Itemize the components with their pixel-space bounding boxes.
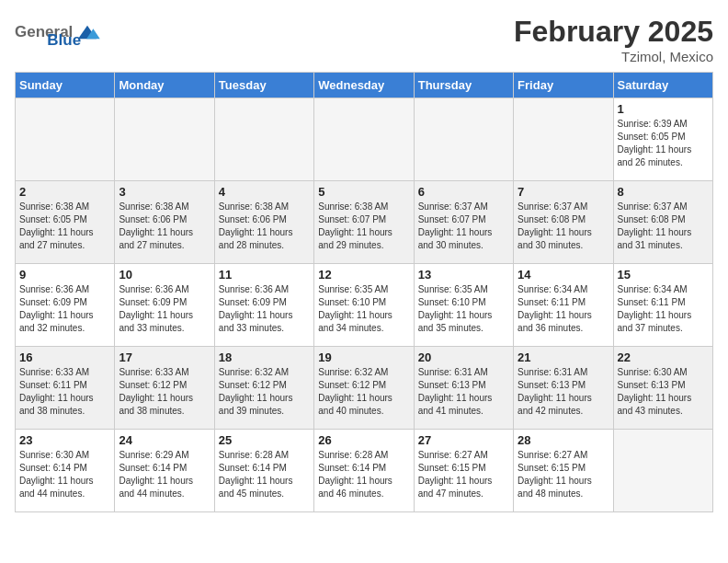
calendar-day-cell: 22Sunrise: 6:30 AM Sunset: 6:13 PM Dayli… [613, 347, 712, 430]
day-number: 28 [518, 433, 609, 447]
calendar-week-row: 2Sunrise: 6:38 AM Sunset: 6:05 PM Daylig… [16, 181, 713, 264]
day-info: Sunrise: 6:33 AM Sunset: 6:12 PM Dayligh… [119, 366, 210, 418]
day-number: 21 [518, 350, 609, 364]
day-number: 27 [418, 433, 509, 447]
day-number: 12 [318, 268, 409, 282]
calendar-day-header: Monday [115, 73, 214, 98]
day-info: Sunrise: 6:34 AM Sunset: 6:11 PM Dayligh… [618, 283, 709, 335]
day-number: 24 [119, 433, 210, 447]
calendar-day-cell: 23Sunrise: 6:30 AM Sunset: 6:14 PM Dayli… [16, 430, 115, 512]
calendar-day-cell: 26Sunrise: 6:28 AM Sunset: 6:14 PM Dayli… [314, 430, 414, 512]
day-info: Sunrise: 6:29 AM Sunset: 6:14 PM Dayligh… [119, 449, 210, 500]
calendar-day-cell: 4Sunrise: 6:38 AM Sunset: 6:06 PM Daylig… [214, 181, 313, 264]
day-number: 4 [219, 185, 310, 199]
calendar-day-cell [16, 98, 115, 181]
calendar-day-cell: 18Sunrise: 6:32 AM Sunset: 6:12 PM Dayli… [214, 347, 313, 430]
calendar-day-cell: 27Sunrise: 6:27 AM Sunset: 6:15 PM Dayli… [414, 430, 513, 512]
calendar-day-cell: 15Sunrise: 6:34 AM Sunset: 6:11 PM Dayli… [613, 264, 712, 347]
day-info: Sunrise: 6:27 AM Sunset: 6:15 PM Dayligh… [518, 449, 609, 500]
logo: General Blue [15, 15, 81, 50]
day-info: Sunrise: 6:27 AM Sunset: 6:15 PM Dayligh… [418, 449, 509, 500]
calendar-day-header: Tuesday [214, 73, 313, 98]
day-number: 19 [318, 350, 409, 364]
day-number: 23 [19, 433, 110, 447]
day-number: 13 [418, 268, 509, 282]
calendar-day-cell: 28Sunrise: 6:27 AM Sunset: 6:15 PM Dayli… [514, 430, 613, 512]
day-number: 3 [119, 185, 210, 199]
day-number: 25 [219, 433, 310, 447]
calendar-table: SundayMondayTuesdayWednesdayThursdayFrid… [15, 72, 713, 512]
day-info: Sunrise: 6:35 AM Sunset: 6:10 PM Dayligh… [418, 283, 509, 335]
calendar-day-cell [613, 430, 712, 512]
calendar-header-row: SundayMondayTuesdayWednesdayThursdayFrid… [16, 73, 713, 98]
day-info: Sunrise: 6:32 AM Sunset: 6:12 PM Dayligh… [219, 366, 310, 418]
day-info: Sunrise: 6:31 AM Sunset: 6:13 PM Dayligh… [518, 366, 609, 418]
day-number: 26 [318, 433, 409, 447]
day-number: 9 [19, 268, 110, 282]
calendar-day-header: Saturday [613, 73, 712, 98]
logo-blue: Blue [47, 31, 81, 50]
day-number: 7 [518, 185, 609, 199]
day-info: Sunrise: 6:37 AM Sunset: 6:08 PM Dayligh… [518, 201, 609, 252]
day-info: Sunrise: 6:30 AM Sunset: 6:13 PM Dayligh… [618, 366, 709, 418]
day-info: Sunrise: 6:28 AM Sunset: 6:14 PM Dayligh… [318, 449, 409, 500]
calendar-day-cell: 2Sunrise: 6:38 AM Sunset: 6:05 PM Daylig… [16, 181, 115, 264]
calendar-week-row: 1Sunrise: 6:39 AM Sunset: 6:05 PM Daylig… [16, 98, 713, 181]
day-info: Sunrise: 6:36 AM Sunset: 6:09 PM Dayligh… [119, 283, 210, 335]
day-info: Sunrise: 6:28 AM Sunset: 6:14 PM Dayligh… [219, 449, 310, 500]
day-number: 5 [318, 185, 409, 199]
day-info: Sunrise: 6:34 AM Sunset: 6:11 PM Dayligh… [518, 283, 609, 335]
day-number: 16 [19, 350, 110, 364]
day-info: Sunrise: 6:37 AM Sunset: 6:08 PM Dayligh… [618, 201, 709, 252]
calendar-day-cell: 5Sunrise: 6:38 AM Sunset: 6:07 PM Daylig… [314, 181, 414, 264]
day-info: Sunrise: 6:35 AM Sunset: 6:10 PM Dayligh… [318, 283, 409, 335]
title-block: February 2025 Tzimol, Mexico [514, 15, 713, 64]
day-number: 8 [618, 185, 709, 199]
day-info: Sunrise: 6:38 AM Sunset: 6:07 PM Dayligh… [318, 201, 409, 252]
day-info: Sunrise: 6:38 AM Sunset: 6:05 PM Dayligh… [19, 201, 110, 252]
day-info: Sunrise: 6:38 AM Sunset: 6:06 PM Dayligh… [219, 201, 310, 252]
day-info: Sunrise: 6:30 AM Sunset: 6:14 PM Dayligh… [19, 449, 110, 500]
day-info: Sunrise: 6:36 AM Sunset: 6:09 PM Dayligh… [219, 283, 310, 335]
calendar-day-cell: 19Sunrise: 6:32 AM Sunset: 6:12 PM Dayli… [314, 347, 414, 430]
day-number: 11 [219, 268, 310, 282]
day-info: Sunrise: 6:36 AM Sunset: 6:09 PM Dayligh… [19, 283, 110, 335]
day-info: Sunrise: 6:39 AM Sunset: 6:05 PM Dayligh… [618, 118, 709, 169]
location: Tzimol, Mexico [514, 49, 713, 64]
calendar-day-cell [214, 98, 313, 181]
calendar-day-cell: 7Sunrise: 6:37 AM Sunset: 6:08 PM Daylig… [514, 181, 613, 264]
day-number: 17 [119, 350, 210, 364]
calendar-day-cell: 10Sunrise: 6:36 AM Sunset: 6:09 PM Dayli… [115, 264, 214, 347]
calendar-day-cell: 9Sunrise: 6:36 AM Sunset: 6:09 PM Daylig… [16, 264, 115, 347]
day-number: 15 [618, 268, 709, 282]
calendar-day-cell: 16Sunrise: 6:33 AM Sunset: 6:11 PM Dayli… [16, 347, 115, 430]
day-info: Sunrise: 6:38 AM Sunset: 6:06 PM Dayligh… [119, 201, 210, 252]
calendar-day-cell: 20Sunrise: 6:31 AM Sunset: 6:13 PM Dayli… [414, 347, 513, 430]
calendar-day-cell: 14Sunrise: 6:34 AM Sunset: 6:11 PM Dayli… [514, 264, 613, 347]
calendar-day-cell: 12Sunrise: 6:35 AM Sunset: 6:10 PM Dayli… [314, 264, 414, 347]
day-number: 22 [618, 350, 709, 364]
day-number: 6 [418, 185, 509, 199]
calendar-day-cell: 17Sunrise: 6:33 AM Sunset: 6:12 PM Dayli… [115, 347, 214, 430]
calendar-day-cell: 6Sunrise: 6:37 AM Sunset: 6:07 PM Daylig… [414, 181, 513, 264]
calendar-day-header: Friday [514, 73, 613, 98]
calendar-day-cell: 24Sunrise: 6:29 AM Sunset: 6:14 PM Dayli… [115, 430, 214, 512]
day-info: Sunrise: 6:32 AM Sunset: 6:12 PM Dayligh… [318, 366, 409, 418]
calendar-week-row: 23Sunrise: 6:30 AM Sunset: 6:14 PM Dayli… [16, 430, 713, 512]
day-number: 1 [618, 102, 709, 116]
calendar-day-cell: 3Sunrise: 6:38 AM Sunset: 6:06 PM Daylig… [115, 181, 214, 264]
calendar-day-cell: 25Sunrise: 6:28 AM Sunset: 6:14 PM Dayli… [214, 430, 313, 512]
calendar-day-cell: 1Sunrise: 6:39 AM Sunset: 6:05 PM Daylig… [613, 98, 712, 181]
day-number: 18 [219, 350, 310, 364]
day-number: 10 [119, 268, 210, 282]
calendar-day-cell [414, 98, 513, 181]
calendar-day-cell: 11Sunrise: 6:36 AM Sunset: 6:09 PM Dayli… [214, 264, 313, 347]
calendar-day-header: Thursday [414, 73, 513, 98]
calendar-day-header: Sunday [16, 73, 115, 98]
day-number: 2 [19, 185, 110, 199]
calendar-day-cell [314, 98, 414, 181]
calendar-day-cell: 21Sunrise: 6:31 AM Sunset: 6:13 PM Dayli… [514, 347, 613, 430]
day-number: 20 [418, 350, 509, 364]
calendar-day-cell: 13Sunrise: 6:35 AM Sunset: 6:10 PM Dayli… [414, 264, 513, 347]
calendar-week-row: 9Sunrise: 6:36 AM Sunset: 6:09 PM Daylig… [16, 264, 713, 347]
